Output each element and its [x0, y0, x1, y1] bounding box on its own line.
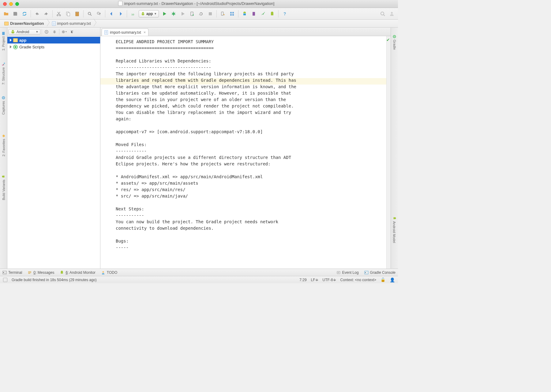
tab-terminal[interactable]: Terminal: [2, 270, 22, 275]
run-config-label: app: [146, 12, 153, 16]
breadcrumb: DrawerNavigation import-summary.txt: [0, 20, 398, 28]
search-everywhere-button[interactable]: [379, 10, 386, 17]
find-button[interactable]: [86, 10, 93, 17]
editor[interactable]: ✔ ECLIPSE ANDROID PROJECT IMPORT SUMMARY…: [100, 36, 391, 269]
chevron-down-icon: ▼: [36, 30, 38, 33]
svg-point-6: [88, 12, 91, 15]
android-device-button[interactable]: [268, 10, 276, 17]
tab-messages[interactable]: 0: Messages: [28, 270, 54, 275]
forward-button[interactable]: [117, 10, 124, 17]
paste-button[interactable]: [73, 10, 81, 17]
cursor-position[interactable]: 7:29: [299, 278, 306, 282]
tree-item-app[interactable]: app: [7, 37, 100, 43]
gutter-build-variants[interactable]: Build Variants: [2, 175, 6, 200]
undo-button[interactable]: [33, 10, 41, 17]
collapse-all-button[interactable]: [51, 28, 58, 35]
tab-event-log[interactable]: Event Log: [336, 270, 359, 275]
svg-point-1: [59, 15, 61, 16]
inspection-ok-icon: ✔: [386, 37, 390, 42]
folder-icon: [4, 22, 9, 25]
copy-button[interactable]: [64, 10, 72, 17]
project-panel: Android ▼ ▾ app Gradle Scripts: [7, 28, 100, 269]
breadcrumb-file[interactable]: import-summary.txt: [47, 20, 94, 27]
sdk-manager-button[interactable]: [228, 10, 236, 17]
svg-rect-19: [253, 12, 255, 16]
context[interactable]: Context: <no context>: [340, 278, 376, 282]
svg-point-32: [394, 36, 395, 37]
encoding[interactable]: UTF-8≑: [323, 278, 336, 282]
tab-todo[interactable]: TODO: [101, 270, 117, 275]
layout-inspector-button[interactable]: [250, 10, 257, 17]
svg-point-9: [172, 13, 175, 15]
redo-button[interactable]: [43, 10, 50, 17]
profile-button[interactable]: [259, 10, 267, 17]
run-with-coverage-button[interactable]: [179, 10, 186, 17]
gutter-structure[interactable]: 7: Structure: [2, 62, 6, 85]
android-icon: [393, 217, 396, 220]
main-toolbar: 10 app ▼ ?: [0, 8, 398, 20]
gutter-android-model[interactable]: Android Model: [393, 217, 396, 243]
tree-item-gradle-scripts[interactable]: Gradle Scripts: [7, 43, 100, 50]
left-tool-gutter: 1: Project 7: Structure Captures 2: Favo…: [0, 28, 7, 269]
help-button[interactable]: ?: [281, 10, 288, 17]
svg-point-0: [57, 15, 58, 16]
zoom-window-icon[interactable]: [15, 2, 19, 6]
lock-icon[interactable]: 🔓: [380, 277, 385, 282]
file-icon: [52, 21, 56, 26]
cut-button[interactable]: [55, 10, 62, 17]
svg-rect-35: [337, 271, 340, 274]
editor-content[interactable]: ECLIPSE ANDROID PROJECT IMPORT SUMMARY =…: [100, 36, 391, 251]
status-button[interactable]: [3, 278, 7, 282]
tab-android-monitor[interactable]: 6: Android Monitor: [60, 270, 95, 275]
avd-manager-button[interactable]: [219, 10, 227, 17]
gutter-gradle[interactable]: Gradle: [393, 35, 396, 50]
tab-gradle-console[interactable]: Gradle Console: [364, 270, 395, 275]
rerun-button[interactable]: [197, 10, 205, 17]
replace-button[interactable]: [95, 10, 103, 17]
svg-rect-5: [77, 12, 78, 13]
editor-tab[interactable]: import-summary.txt ×: [102, 28, 148, 36]
svg-point-30: [63, 31, 64, 32]
run-button[interactable]: [161, 10, 168, 17]
main-body: 1: Project 7: Structure Captures 2: Favo…: [0, 28, 398, 269]
gutter-captures[interactable]: Captures: [2, 96, 6, 115]
status-bar: Gradle build finished in 18s 504ms (29 m…: [0, 276, 398, 283]
sync-button[interactable]: [21, 10, 28, 17]
settings-button[interactable]: ▾: [61, 28, 67, 35]
svg-rect-12: [209, 12, 212, 15]
line-separator[interactable]: LF≑: [311, 278, 318, 282]
project-view-selector[interactable]: Android ▼: [9, 29, 40, 35]
todo-icon: [101, 270, 105, 275]
scroll-to-source-button[interactable]: [43, 28, 50, 35]
gradle-icon: [13, 45, 18, 49]
svg-point-29: [46, 31, 47, 32]
project-icon: [2, 32, 6, 35]
android-icon: [11, 30, 15, 34]
user-icon[interactable]: [388, 10, 395, 17]
android-icon: [60, 270, 64, 275]
debug-button[interactable]: [170, 10, 177, 17]
hide-panel-button[interactable]: [69, 28, 75, 35]
close-window-icon[interactable]: [3, 2, 7, 6]
attach-debugger-button[interactable]: [188, 10, 196, 17]
svg-rect-17: [232, 14, 234, 16]
svg-rect-36: [365, 271, 368, 274]
ide-man-icon[interactable]: 👤: [390, 277, 395, 282]
stop-button[interactable]: [207, 10, 214, 17]
make-project-button[interactable]: 10: [129, 10, 137, 17]
android-icon: [141, 12, 145, 16]
run-config-selector[interactable]: app ▼: [139, 10, 159, 17]
minimize-window-icon[interactable]: [9, 2, 13, 6]
android-icon: [2, 175, 6, 178]
back-button[interactable]: [108, 10, 115, 17]
save-button[interactable]: [12, 10, 19, 17]
breadcrumb-root[interactable]: DrawerNavigation: [3, 20, 47, 27]
folder-icon: [13, 38, 18, 42]
svg-point-21: [381, 12, 384, 15]
open-button[interactable]: [2, 10, 10, 17]
android-monitor-button[interactable]: [241, 10, 248, 17]
svg-rect-15: [232, 12, 234, 13]
close-tab-icon[interactable]: ×: [144, 30, 146, 35]
gutter-favorites[interactable]: 2: Favorites: [2, 134, 6, 156]
gutter-project[interactable]: 1: Project: [2, 32, 6, 51]
